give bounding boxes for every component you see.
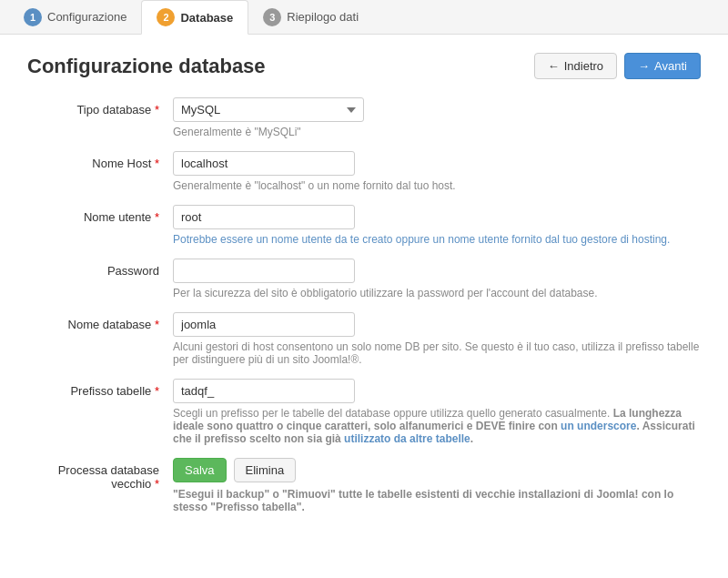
tab-2-circle: 2	[157, 8, 175, 26]
tab-1-circle: 1	[24, 8, 42, 26]
tab-2-label: Database	[180, 11, 233, 25]
nome-database-hint: Alcuni gestori di host consentono un sol…	[173, 340, 701, 366]
prefisso-tabelle-label: Prefisso tabelle	[27, 379, 173, 398]
tipo-database-select[interactable]: MySQL	[173, 97, 364, 122]
tab-database[interactable]: 2 Database	[141, 0, 248, 35]
tipo-database-row: Tipo database MySQL Generalmente è "MySQ…	[27, 97, 701, 138]
nome-host-field-wrap: Generalmente è "localhost" o un nome for…	[173, 151, 701, 192]
nome-host-label: Nome Host	[27, 151, 173, 170]
prefisso-tabelle-hint: Scegli un prefisso per le tabelle del da…	[173, 407, 701, 445]
save-button[interactable]: Salva	[173, 458, 227, 482]
nome-host-row: Nome Host Generalmente è "localhost" o u…	[27, 151, 701, 192]
nome-database-field-wrap: Alcuni gestori di host consentono un sol…	[173, 312, 701, 366]
next-button[interactable]: → Avanti	[624, 53, 701, 79]
nome-utente-label: Nome utente	[27, 205, 173, 224]
password-hint: Per la sicurezza del sito è obbligatorio…	[173, 287, 701, 299]
nome-host-hint: Generalmente è "localhost" o un nome for…	[173, 179, 701, 192]
back-button[interactable]: ← Indietro	[534, 53, 617, 79]
nome-host-input[interactable]	[173, 151, 355, 176]
processa-database-field-wrap: Salva Elimina "Esegui il backup" o "Rimu…	[173, 458, 701, 513]
tipo-database-label: Tipo database	[27, 97, 173, 117]
tipo-database-field-wrap: MySQL Generalmente è "MySQLi"	[173, 97, 701, 138]
page-header: Configurazione database ← Indietro → Ava…	[27, 53, 701, 79]
nome-database-row: Nome database Alcuni gestori di host con…	[27, 312, 701, 366]
prefisso-tabelle-row: Prefisso tabelle Scegli un prefisso per …	[27, 379, 701, 445]
password-input[interactable]	[173, 259, 355, 283]
nome-utente-field-wrap: Potrebbe essere un nome utente da te cre…	[173, 205, 701, 246]
main-content: Configurazione database ← Indietro → Ava…	[0, 35, 728, 544]
tab-riepilogo[interactable]: 3 Riepilogo dati	[248, 1, 373, 34]
page-title: Configurazione database	[27, 55, 266, 78]
password-label: Password	[27, 259, 173, 278]
nome-utente-hint: Potrebbe essere un nome utente da te cre…	[173, 233, 701, 246]
nome-database-label: Nome database	[27, 312, 173, 331]
tabs-bar: 1 Configurazione 2 Database 3 Riepilogo …	[0, 0, 728, 35]
processa-database-hint: "Esegui il backup" o "Rimuovi" tutte le …	[173, 488, 701, 513]
delete-button[interactable]: Elimina	[234, 458, 297, 482]
nome-utente-input[interactable]	[173, 205, 355, 229]
tab-1-label: Configurazione	[47, 10, 126, 24]
tab-configurazione[interactable]: 1 Configurazione	[9, 1, 141, 34]
nome-database-input[interactable]	[173, 312, 355, 337]
tab-3-circle: 3	[263, 8, 281, 26]
back-arrow-icon: ←	[548, 59, 560, 73]
database-form: Tipo database MySQL Generalmente è "MySQ…	[27, 97, 701, 513]
prefisso-tabelle-field-wrap: Scegli un prefisso per le tabelle del da…	[173, 379, 701, 445]
processa-database-row: Processa database vecchio Salva Elimina …	[27, 458, 701, 513]
processa-database-buttons: Salva Elimina	[173, 458, 701, 482]
next-arrow-icon: →	[638, 59, 650, 73]
password-row: Password Per la sicurezza del sito è obb…	[27, 259, 701, 299]
tipo-database-hint: Generalmente è "MySQLi"	[173, 126, 701, 138]
prefisso-tabelle-input[interactable]	[173, 379, 355, 403]
nome-utente-row: Nome utente Potrebbe essere un nome uten…	[27, 205, 701, 246]
processa-database-label: Processa database vecchio	[27, 458, 173, 491]
password-field-wrap: Per la sicurezza del sito è obbligatorio…	[173, 259, 701, 299]
header-buttons: ← Indietro → Avanti	[534, 53, 701, 79]
tab-3-label: Riepilogo dati	[287, 10, 359, 24]
